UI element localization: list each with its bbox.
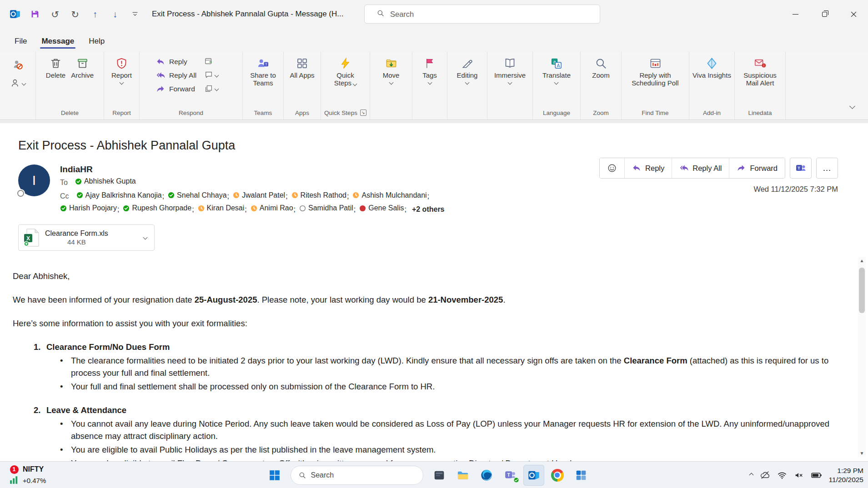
vertical-scrollbar[interactable]: ▲ ▼: [858, 257, 866, 457]
editing-button[interactable]: Editing: [455, 55, 480, 84]
recipient[interactable]: Ashish Mulchandani: [352, 189, 426, 201]
sender-name[interactable]: IndiaHR: [60, 164, 478, 174]
book-icon: [504, 57, 516, 70]
recipient-name: Snehal Chhaya: [177, 189, 226, 201]
wifi-icon[interactable]: [777, 470, 787, 480]
file-explorer-icon[interactable]: [452, 465, 473, 486]
recipient[interactable]: Animi Rao: [251, 202, 293, 214]
minimize-button[interactable]: [781, 0, 810, 28]
archive-button[interactable]: Archive: [69, 55, 96, 79]
close-button[interactable]: [839, 0, 868, 28]
onedrive-paused-icon[interactable]: [760, 470, 770, 480]
teams-icon: T: [795, 163, 806, 174]
report-button[interactable]: Report: [109, 55, 134, 84]
collapse-ribbon-button[interactable]: [847, 99, 858, 113]
recipient[interactable]: Ritesh Rathod: [291, 189, 346, 201]
previous-item-button[interactable]: ↑: [85, 5, 105, 24]
presence-available-icon: [75, 178, 82, 185]
quick-steps-button[interactable]: Quick Steps: [326, 55, 365, 87]
redo-button[interactable]: ↻: [65, 5, 85, 24]
share-to-teams-label: Share to Teams: [245, 71, 281, 87]
clock[interactable]: 1:29 PM 11/20/2025: [829, 466, 863, 484]
meeting-button[interactable]: [205, 57, 218, 65]
edge-icon[interactable]: [476, 465, 497, 486]
message-body: Dear Abhishek,We have been informed of y…: [13, 270, 836, 462]
block-sender-button[interactable]: [10, 78, 25, 88]
save-button[interactable]: [25, 5, 45, 24]
scroll-down-button[interactable]: ▼: [860, 449, 864, 457]
translate-button[interactable]: aA Translate: [540, 55, 573, 84]
junk-email-button[interactable]: [12, 59, 23, 70]
chrome-icon[interactable]: [547, 465, 568, 486]
reply-button[interactable]: Reply: [624, 158, 672, 178]
menu-file[interactable]: File: [7, 32, 34, 52]
reply-all-button[interactable]: Reply All: [672, 158, 729, 178]
recipient[interactable]: Jwalant Patel: [233, 189, 285, 201]
forward-label: Forward: [169, 85, 195, 93]
list-number: 2.: [34, 404, 46, 416]
ribbon-group-move: Move: [370, 52, 412, 120]
all-apps-button[interactable]: All Apps: [287, 55, 316, 79]
recipient-separator: ;: [347, 192, 349, 200]
reply-button[interactable]: Reply: [156, 57, 196, 66]
attachment-chip[interactable]: X Clearance Form.xls 44 KB: [18, 224, 155, 251]
next-item-button[interactable]: ↓: [105, 5, 125, 24]
menu-message[interactable]: Message: [34, 32, 81, 52]
suspicious-mail-button[interactable]: ! Suspicious Mail Alert: [738, 55, 782, 87]
scheduling-poll-button[interactable]: Reply with Scheduling Poll: [626, 55, 685, 87]
im-reply-button[interactable]: [205, 71, 218, 79]
recipient-separator: ;: [427, 192, 429, 200]
bullet-marker: •: [60, 354, 71, 379]
presence-available-icon: [168, 192, 175, 199]
ribbon: Delete Archive Delete Report Report Repl…: [0, 52, 868, 120]
dark-app-icon[interactable]: [429, 465, 450, 486]
forward-button[interactable]: Forward: [729, 158, 785, 178]
ribbon-group-junk: [0, 52, 36, 120]
outlook-icon[interactable]: [523, 465, 544, 486]
recipient[interactable]: Gene Salis: [359, 202, 404, 214]
teams-icon[interactable]: T: [500, 465, 521, 486]
viva-insights-button[interactable]: Viva Insights: [690, 55, 733, 79]
cc-overflow[interactable]: +2 others: [412, 205, 445, 213]
recipient[interactable]: Abhishek Gupta: [75, 175, 136, 187]
more-actions-button[interactable]: …: [816, 158, 838, 179]
titlebar-search[interactable]: Search: [364, 5, 600, 24]
undo-button[interactable]: ↺: [45, 5, 65, 24]
quick-steps-dialog-launcher[interactable]: ↘: [360, 110, 366, 116]
scrollbar-thumb[interactable]: [859, 268, 865, 313]
tray-expand-button[interactable]: [750, 473, 753, 477]
share-to-teams-button[interactable]: T: [790, 158, 812, 179]
forward-label: Forward: [750, 164, 778, 173]
reactions-button[interactable]: [600, 158, 624, 178]
recipient[interactable]: Samidha Patil: [299, 202, 353, 214]
forward-button[interactable]: Forward: [156, 85, 196, 94]
zoom-button[interactable]: Zoom: [590, 55, 612, 79]
immersive-button[interactable]: Immersive: [492, 55, 528, 84]
sender-avatar[interactable]: I: [18, 164, 50, 196]
recipient-separator: ;: [294, 205, 296, 213]
start-button[interactable]: [264, 465, 285, 486]
recipient[interactable]: Snehal Chhaya: [168, 189, 226, 201]
volume-muted-icon[interactable]: [794, 470, 804, 480]
tags-button[interactable]: Tags: [420, 55, 439, 84]
more-respond-actions-button[interactable]: [205, 85, 218, 93]
move-button[interactable]: Move: [381, 55, 402, 84]
recipient[interactable]: Rupesh Ghorpade: [123, 202, 191, 214]
share-to-teams-button[interactable]: T Share to Teams: [243, 55, 283, 87]
attachment-expand-icon[interactable]: [143, 235, 148, 240]
scroll-up-button[interactable]: ▲: [860, 257, 864, 264]
microsoft-365-icon[interactable]: [571, 465, 592, 486]
chevron-down-icon: [389, 80, 393, 85]
recipient[interactable]: Ajay Balkrishna Kanojia: [76, 189, 162, 201]
battery-icon[interactable]: [811, 469, 822, 481]
recipient[interactable]: Kiran Desai: [198, 202, 245, 214]
body-bullet: •You are eligible to avail Public Holida…: [13, 443, 836, 456]
restore-button[interactable]: [810, 0, 839, 28]
body-paragraph: Dear Abhishek,: [13, 270, 836, 282]
menu-help[interactable]: Help: [81, 32, 112, 52]
recipient[interactable]: Harish Poojary: [60, 202, 117, 214]
customize-toolbar-button[interactable]: [125, 5, 145, 24]
reply-all-button[interactable]: Reply All: [156, 71, 196, 80]
taskbar-search[interactable]: Search: [291, 466, 423, 485]
delete-button[interactable]: Delete: [44, 55, 68, 79]
